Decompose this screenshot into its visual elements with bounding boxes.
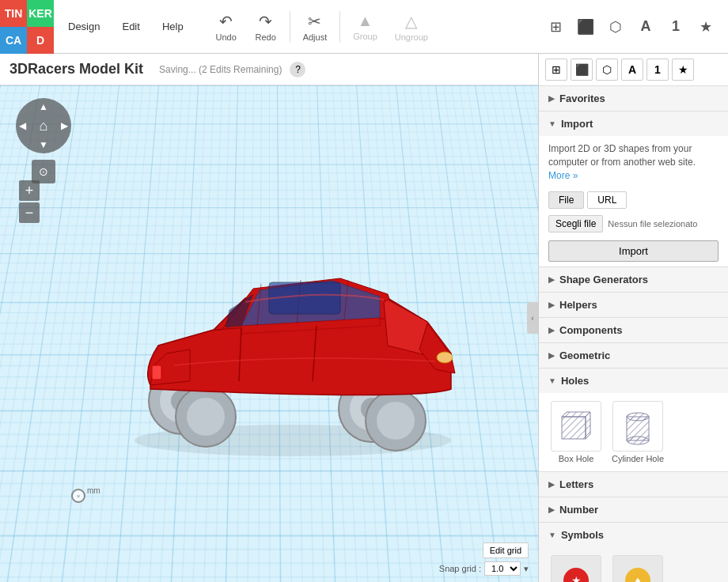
import-more-link[interactable]: More » [548, 170, 578, 181]
favorites-triangle: ▶ [548, 94, 555, 103]
right-panel: ⊞ ⬛ ⬡ A 1 ★ ▶ Favorites ▼ Import Import … [538, 54, 728, 582]
import-triangle: ▼ [548, 119, 556, 128]
toolbar-separator-2 [339, 11, 340, 43]
car-model-svg [87, 172, 499, 472]
symbols-header[interactable]: ▼ Symbols [539, 523, 728, 547]
symbol-icon-1: ★ [551, 555, 601, 582]
cylinder-hole-item[interactable]: Cylinder Hole [610, 401, 665, 463]
letter-a-btn[interactable]: A [633, 14, 658, 40]
redo-button[interactable]: ↷ Redo [247, 9, 285, 45]
nav-up-arrow[interactable]: ▲ [39, 101, 48, 112]
topbar: TIN KER CA D Design Edit Help ↶ Undo ↷ R… [0, 0, 728, 54]
number-1-btn[interactable]: 1 [663, 14, 688, 40]
edit-menu[interactable]: Edit [111, 16, 150, 37]
snap-grid-select[interactable]: 0.1 0.5 1.0 2.0 5.0 [484, 561, 521, 576]
nav-right-arrow[interactable]: ▶ [61, 120, 68, 131]
symbols-triangle: ▼ [548, 531, 556, 539]
group-icon: ▲ [358, 12, 373, 30]
cube-icon-btn[interactable]: ⬛ [573, 14, 598, 40]
star-btn[interactable]: ★ [693, 14, 719, 40]
panel-collapse-handle[interactable]: ‹ [527, 302, 538, 334]
nav-down-arrow[interactable]: ▼ [39, 139, 48, 150]
sphere-icon-btn[interactable]: ⬡ [603, 14, 628, 40]
choose-file-button[interactable]: Scegli file [548, 215, 603, 232]
help-button[interactable]: ? [290, 62, 305, 77]
cylinder-hole-svg [617, 406, 658, 447]
undo-button[interactable]: ↶ Undo [207, 9, 245, 45]
svg-point-13 [437, 352, 453, 363]
import-url-btn[interactable]: URL [587, 191, 627, 209]
svg-point-25 [627, 413, 649, 421]
svg-point-8 [187, 398, 225, 436]
redo-icon: ↷ [259, 12, 272, 31]
import-action-row: Import [539, 236, 728, 266]
holes-shape-grid: Box Hole [539, 393, 728, 471]
ungroup-button[interactable]: △ Ungroup [387, 9, 436, 45]
symbols-label: Symbols [561, 529, 604, 541]
shape-generators-triangle: ▶ [548, 275, 555, 284]
shape-generators-label: Shape Generators [559, 274, 648, 285]
symbol-item-2[interactable]: ♦ [610, 555, 665, 582]
letters-header[interactable]: ▶ Letters [539, 472, 728, 497]
geometric-section: ▶ Geometric [539, 343, 728, 368]
import-file-btn[interactable]: File [548, 191, 584, 209]
logo-ker: KER [27, 0, 54, 27]
components-section: ▶ Components [539, 318, 728, 343]
number-header[interactable]: ▶ Number [539, 497, 728, 522]
rp-cube-icon-btn[interactable]: ⬛ [571, 59, 593, 81]
mm-label: mm [87, 486, 100, 495]
import-header[interactable]: ▼ Import [539, 111, 728, 136]
shape-generators-header[interactable]: ▶ Shape Generators [539, 267, 728, 292]
svg-marker-22 [586, 412, 590, 439]
helpers-header[interactable]: ▶ Helpers [539, 293, 728, 317]
holes-header[interactable]: ▼ Holes [539, 368, 728, 393]
import-description: Import 2D or 3D shapes from your compute… [539, 136, 728, 188]
nav-menus: Design Edit Help [57, 16, 195, 37]
favorites-header[interactable]: ▶ Favorites [539, 86, 728, 111]
edit-grid-button[interactable]: Edit grid [483, 542, 529, 558]
import-action-button[interactable]: Import [548, 240, 719, 262]
snap-dropdown-arrow: ▾ [524, 564, 529, 574]
letters-label: Letters [559, 478, 593, 490]
svg-point-10 [377, 402, 415, 440]
mm-icon[interactable]: × [71, 489, 85, 503]
logo-ca: CA [0, 27, 27, 54]
nav-left-arrow[interactable]: ◀ [19, 120, 26, 131]
holes-section: ▼ Holes [539, 368, 728, 472]
nav-ring[interactable]: ▲ ▼ ◀ ▶ ⌂ [16, 98, 71, 153]
rp-star-btn[interactable]: ★ [672, 59, 694, 81]
rp-sphere-icon-btn[interactable]: ⬡ [596, 59, 618, 81]
svg-rect-20 [562, 417, 586, 439]
help-menu[interactable]: Help [151, 16, 195, 37]
group-button[interactable]: ▲ Group [345, 9, 385, 44]
symbol-svg-2: ♦ [620, 563, 655, 582]
box-hole-label: Box Hole [559, 454, 594, 463]
saving-status: Saving... (2 Edits Remaining) [159, 64, 282, 75]
components-header[interactable]: ▶ Components [539, 318, 728, 342]
import-file-url-row: File URL [539, 188, 728, 212]
snap-grid-label: Snap grid : [439, 564, 481, 573]
toolbar-separator-1 [290, 11, 290, 43]
svg-rect-14 [152, 365, 161, 380]
symbol-svg-1: ★ [559, 563, 593, 582]
rp-letter-a-btn[interactable]: A [621, 59, 643, 81]
canvas-area[interactable]: 3DRacers Model Kit Saving... (2 Edits Re… [0, 54, 538, 582]
tinkercad-logo[interactable]: TIN KER CA D [0, 0, 54, 54]
cylinder-hole-icon [612, 401, 663, 452]
box-hole-icon [551, 401, 601, 452]
nav-home-icon[interactable]: ⌂ [40, 118, 48, 134]
rp-number-1-btn[interactable]: 1 [646, 59, 669, 81]
bottom-controls: Edit grid Snap grid : 0.1 0.5 1.0 2.0 5.… [439, 542, 529, 576]
adjust-button[interactable]: ✂ Adjust [295, 9, 336, 45]
geometric-header[interactable]: ▶ Geometric [539, 343, 728, 368]
symbol-item-1[interactable]: ★ [548, 555, 604, 582]
favorites-section: ▶ Favorites [539, 86, 728, 111]
helpers-section: ▶ Helpers [539, 293, 728, 318]
zoom-out-button[interactable]: − [19, 202, 40, 223]
design-menu[interactable]: Design [57, 16, 111, 37]
box-hole-item[interactable]: Box Hole [548, 401, 604, 463]
grid-icon-btn[interactable]: ⊞ [543, 14, 568, 40]
rp-grid-icon-btn[interactable]: ⊞ [545, 59, 567, 81]
zoom-controls: + − [19, 180, 40, 223]
zoom-in-button[interactable]: + [19, 180, 40, 201]
